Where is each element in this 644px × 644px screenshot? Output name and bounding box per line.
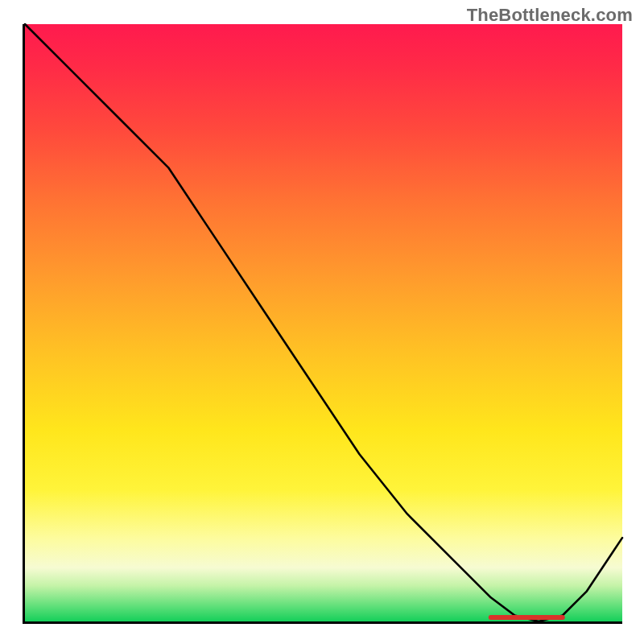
bottleneck-curve-path	[25, 24, 622, 621]
bottleneck-curve-svg	[25, 24, 622, 621]
watermark-text: TheBottleneck.com	[467, 5, 633, 26]
chart-container: TheBottleneck.com	[0, 0, 644, 644]
plot-area	[23, 24, 622, 624]
